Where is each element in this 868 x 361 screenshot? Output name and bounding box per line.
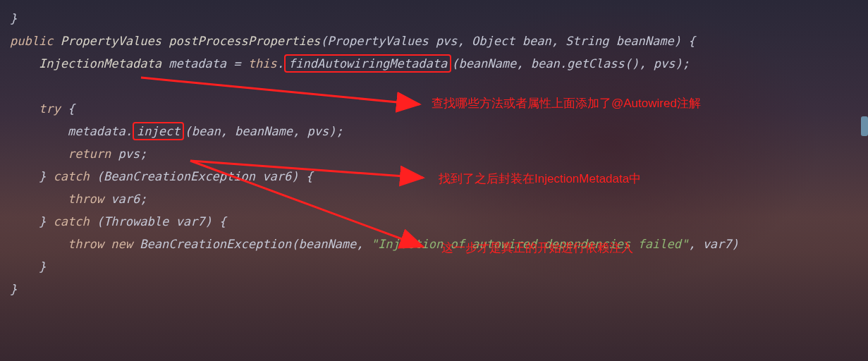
highlight-inject: inject bbox=[133, 122, 184, 140]
code-line: } catch (BeanCreationException var6) { bbox=[10, 165, 858, 188]
highlight-findAutowiringMetadata: findAutowiringMetadata bbox=[284, 54, 451, 73]
code-line: } bbox=[10, 278, 858, 300]
annotation-3: 这一步才是真正的开始进行依赖注入 bbox=[441, 240, 633, 256]
annotation-2: 找到了之后封装在InjectionMetadata中 bbox=[439, 171, 641, 187]
code-line: throw new BeanCreationException(beanName… bbox=[10, 233, 858, 255]
code-line: throw var6; bbox=[10, 188, 858, 210]
code-line: } bbox=[10, 7, 858, 30]
scrollbar-thumb[interactable] bbox=[861, 116, 868, 136]
code-line: return pvs; bbox=[10, 142, 858, 165]
code-line: InjectionMetadata metadata = this.findAu… bbox=[10, 52, 858, 75]
code-line: metadata.inject(bean, beanName, pvs); bbox=[10, 120, 858, 142]
code-line bbox=[10, 75, 858, 97]
code-line: public PropertyValues postProcessPropert… bbox=[10, 30, 858, 52]
code-editor[interactable]: } public PropertyValues postProcessPrope… bbox=[0, 0, 868, 307]
code-line: } catch (Throwable var7) { bbox=[10, 210, 858, 233]
code-line: } bbox=[10, 255, 858, 278]
annotation-1: 查找哪些方法或者属性上面添加了@Autowired注解 bbox=[432, 95, 701, 111]
